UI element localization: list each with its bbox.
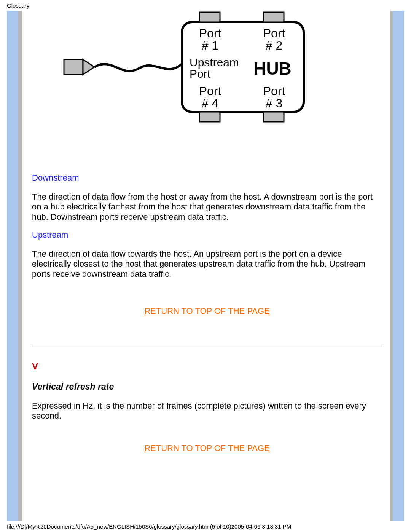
term-upstream: Upstream [32,230,382,240]
page-frame: Port # 1 Port # 2 Port # 4 Port # 3 Upst… [7,11,404,521]
svg-rect-4 [263,12,284,22]
downstream-section: Downstream The direction of data flow fr… [32,173,382,231]
vertical-refresh-heading: Vertical refresh rate [32,382,382,392]
return-link-2-wrap: RETURN TO TOP OF THE PAGE [32,443,382,453]
section-divider [32,346,382,346]
return-to-top-link[interactable]: RETURN TO TOP OF THE PAGE [32,306,382,316]
upstream-section: Upstream The direction of data flow towa… [32,230,382,288]
svg-text:Port: Port [263,84,285,98]
return-link-1-wrap: RETURN TO TOP OF THE PAGE [32,306,382,316]
svg-text:# 3: # 3 [266,96,282,110]
svg-text:Port: Port [199,26,221,40]
svg-text:Port: Port [199,84,221,98]
svg-rect-6 [263,112,284,122]
svg-rect-5 [199,112,220,122]
downstream-body: The direction of data flow from the host… [32,192,382,222]
svg-text:# 4: # 4 [202,96,218,110]
letter-v-heading: V [32,361,382,372]
svg-rect-3 [199,12,220,22]
term-downstream: Downstream [32,173,382,183]
hub-diagram: Port # 1 Port # 2 Port # 4 Port # 3 Upst… [41,11,323,129]
svg-text:HUB: HUB [253,59,292,78]
upstream-body: The direction of data flow towards the h… [32,249,382,279]
page-body: Port # 1 Port # 2 Port # 4 Port # 3 Upst… [18,11,393,521]
page-footer-path: file:///D|/My%20Documents/dfu/A5_new/ENG… [7,523,291,530]
divider-wrap [32,346,382,358]
left-border-stripe [18,11,22,521]
svg-text:Port: Port [190,67,211,80]
return-to-top-link[interactable]: RETURN TO TOP OF THE PAGE [32,443,382,453]
right-border-stripe [390,11,393,521]
svg-marker-1 [83,59,94,75]
v-section: V Vertical refresh rate Expressed in Hz,… [32,361,382,430]
svg-text:# 2: # 2 [266,38,282,52]
vertical-refresh-body: Expressed in Hz, it is the number of fra… [32,401,382,421]
svg-text:# 1: # 1 [202,38,218,52]
svg-text:Port: Port [263,26,285,40]
svg-text:Upstream: Upstream [190,56,239,69]
svg-rect-0 [64,59,83,75]
page-header: Glossary [7,2,29,9]
